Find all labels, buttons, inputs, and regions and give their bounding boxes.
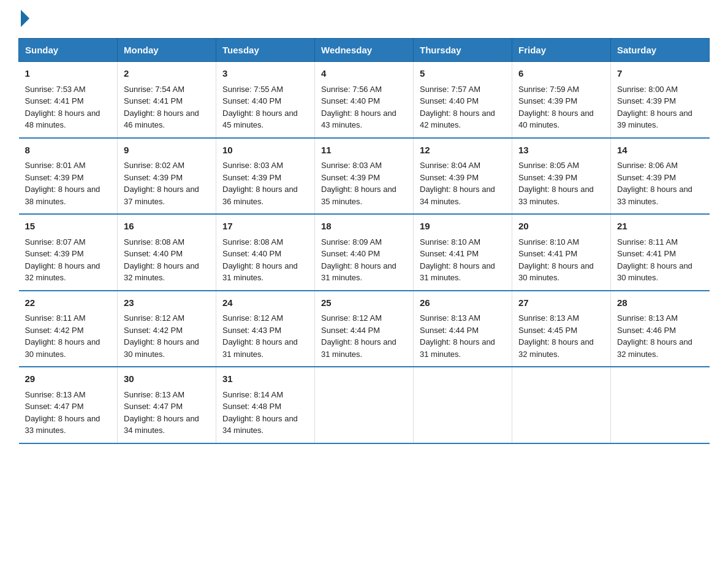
sunrise-label: Sunrise: 8:12 AM	[222, 313, 283, 323]
week-row-4: 22Sunrise: 8:11 AMSunset: 4:42 PMDayligh…	[19, 291, 710, 367]
calendar-cell: 13Sunrise: 8:05 AMSunset: 4:39 PMDayligh…	[512, 138, 611, 215]
page-header	[18, 12, 710, 27]
daylight-label: Daylight: 8 hours and 31 minutes.	[321, 261, 396, 283]
daylight-label: Daylight: 8 hours and 46 minutes.	[124, 109, 199, 130]
sunset-label: Sunset: 4:47 PM	[124, 402, 183, 411]
daylight-label: Daylight: 8 hours and 33 minutes.	[617, 185, 692, 206]
sunrise-label: Sunrise: 8:00 AM	[617, 85, 678, 94]
sunset-label: Sunset: 4:39 PM	[518, 96, 577, 105]
sunset-label: Sunset: 4:39 PM	[420, 173, 479, 182]
day-number: 19	[420, 220, 506, 234]
daylight-label: Daylight: 8 hours and 31 minutes.	[222, 261, 298, 283]
header-wednesday: Wednesday	[315, 39, 414, 62]
day-number: 28	[617, 296, 703, 310]
calendar-cell	[414, 367, 512, 443]
daylight-label: Daylight: 8 hours and 39 minutes.	[617, 109, 692, 130]
daylight-label: Daylight: 8 hours and 36 minutes.	[222, 185, 298, 206]
daylight-label: Daylight: 8 hours and 32 minutes.	[25, 261, 100, 283]
calendar-cell: 30Sunrise: 8:13 AMSunset: 4:47 PMDayligh…	[118, 367, 216, 443]
sunrise-label: Sunrise: 8:14 AM	[222, 390, 283, 399]
sunset-label: Sunset: 4:39 PM	[124, 173, 183, 182]
sunset-label: Sunset: 4:41 PM	[420, 249, 479, 258]
daylight-label: Daylight: 8 hours and 43 minutes.	[321, 109, 396, 130]
day-number: 5	[420, 67, 506, 81]
day-number: 14	[617, 144, 703, 158]
sunrise-label: Sunrise: 8:11 AM	[617, 237, 678, 247]
day-number: 12	[420, 144, 506, 158]
day-number: 30	[124, 372, 210, 386]
sunset-label: Sunset: 4:40 PM	[222, 249, 281, 258]
daylight-label: Daylight: 8 hours and 40 minutes.	[518, 109, 594, 130]
sunrise-label: Sunrise: 8:12 AM	[321, 313, 382, 323]
sunrise-label: Sunrise: 7:56 AM	[321, 85, 382, 94]
header-sunday: Sunday	[19, 39, 118, 62]
day-number: 23	[124, 296, 210, 310]
sunrise-label: Sunrise: 7:53 AM	[25, 85, 86, 94]
calendar-cell: 2Sunrise: 7:54 AMSunset: 4:41 PMDaylight…	[118, 62, 216, 138]
header-friday: Friday	[512, 39, 611, 62]
sunrise-label: Sunrise: 8:02 AM	[124, 161, 184, 170]
calendar-cell: 24Sunrise: 8:12 AMSunset: 4:43 PMDayligh…	[216, 291, 315, 367]
calendar-cell	[512, 367, 611, 443]
sunrise-label: Sunrise: 7:59 AM	[518, 85, 579, 94]
day-number: 26	[420, 296, 506, 310]
day-number: 29	[25, 372, 112, 386]
daylight-label: Daylight: 8 hours and 35 minutes.	[321, 185, 396, 206]
day-number: 13	[518, 144, 604, 158]
calendar-cell: 22Sunrise: 8:11 AMSunset: 4:42 PMDayligh…	[19, 291, 118, 367]
sunrise-label: Sunrise: 7:57 AM	[420, 85, 480, 94]
daylight-label: Daylight: 8 hours and 34 minutes.	[222, 414, 298, 435]
calendar-cell: 8Sunrise: 8:01 AMSunset: 4:39 PMDaylight…	[19, 138, 118, 215]
day-number: 3	[222, 67, 308, 81]
header-saturday: Saturday	[611, 39, 710, 62]
day-number: 31	[222, 372, 308, 386]
sunrise-label: Sunrise: 8:08 AM	[222, 237, 283, 247]
sunset-label: Sunset: 4:45 PM	[518, 326, 577, 335]
calendar-cell: 23Sunrise: 8:12 AMSunset: 4:42 PMDayligh…	[118, 291, 216, 367]
sunset-label: Sunset: 4:46 PM	[617, 326, 676, 335]
daylight-label: Daylight: 8 hours and 32 minutes.	[617, 337, 692, 359]
sunrise-label: Sunrise: 7:54 AM	[124, 85, 184, 94]
daylight-label: Daylight: 8 hours and 45 minutes.	[222, 109, 298, 130]
sunrise-label: Sunrise: 8:09 AM	[321, 237, 382, 247]
week-row-5: 29Sunrise: 8:13 AMSunset: 4:47 PMDayligh…	[19, 367, 710, 443]
sunrise-label: Sunrise: 8:01 AM	[25, 161, 86, 170]
sunset-label: Sunset: 4:42 PM	[124, 326, 183, 335]
daylight-label: Daylight: 8 hours and 33 minutes.	[518, 185, 594, 206]
sunset-label: Sunset: 4:40 PM	[222, 96, 281, 105]
sunrise-label: Sunrise: 8:03 AM	[321, 161, 382, 170]
calendar-header-row: SundayMondayTuesdayWednesdayThursdayFrid…	[19, 39, 710, 62]
sunset-label: Sunset: 4:41 PM	[25, 96, 84, 105]
sunrise-label: Sunrise: 8:13 AM	[25, 390, 86, 399]
day-number: 22	[25, 296, 112, 310]
sunset-label: Sunset: 4:40 PM	[420, 96, 479, 105]
calendar-cell: 15Sunrise: 8:07 AMSunset: 4:39 PMDayligh…	[19, 214, 118, 291]
daylight-label: Daylight: 8 hours and 37 minutes.	[124, 185, 199, 206]
daylight-label: Daylight: 8 hours and 33 minutes.	[25, 414, 100, 435]
header-thursday: Thursday	[414, 39, 512, 62]
calendar-cell: 6Sunrise: 7:59 AMSunset: 4:39 PMDaylight…	[512, 62, 611, 138]
sunset-label: Sunset: 4:47 PM	[25, 402, 84, 411]
sunset-label: Sunset: 4:41 PM	[124, 96, 183, 105]
calendar-cell: 9Sunrise: 8:02 AMSunset: 4:39 PMDaylight…	[118, 138, 216, 215]
sunset-label: Sunset: 4:42 PM	[25, 326, 84, 335]
calendar-cell: 26Sunrise: 8:13 AMSunset: 4:44 PMDayligh…	[414, 291, 512, 367]
sunrise-label: Sunrise: 8:11 AM	[25, 313, 86, 323]
sunset-label: Sunset: 4:41 PM	[617, 249, 676, 258]
calendar-cell: 12Sunrise: 8:04 AMSunset: 4:39 PMDayligh…	[414, 138, 512, 215]
sunrise-label: Sunrise: 8:10 AM	[518, 237, 579, 247]
sunset-label: Sunset: 4:39 PM	[222, 173, 281, 182]
sunrise-label: Sunrise: 8:07 AM	[25, 237, 86, 247]
sunrise-label: Sunrise: 7:55 AM	[222, 85, 283, 94]
calendar-cell: 16Sunrise: 8:08 AMSunset: 4:40 PMDayligh…	[118, 214, 216, 291]
sunrise-label: Sunrise: 8:04 AM	[420, 161, 480, 170]
sunrise-label: Sunrise: 8:03 AM	[222, 161, 283, 170]
day-number: 21	[617, 220, 703, 234]
sunset-label: Sunset: 4:44 PM	[420, 326, 479, 335]
week-row-2: 8Sunrise: 8:01 AMSunset: 4:39 PMDaylight…	[19, 138, 710, 215]
day-number: 20	[518, 220, 604, 234]
daylight-label: Daylight: 8 hours and 30 minutes.	[25, 337, 100, 359]
sunset-label: Sunset: 4:39 PM	[617, 173, 676, 182]
sunrise-label: Sunrise: 8:06 AM	[617, 161, 678, 170]
calendar-cell	[611, 367, 710, 443]
